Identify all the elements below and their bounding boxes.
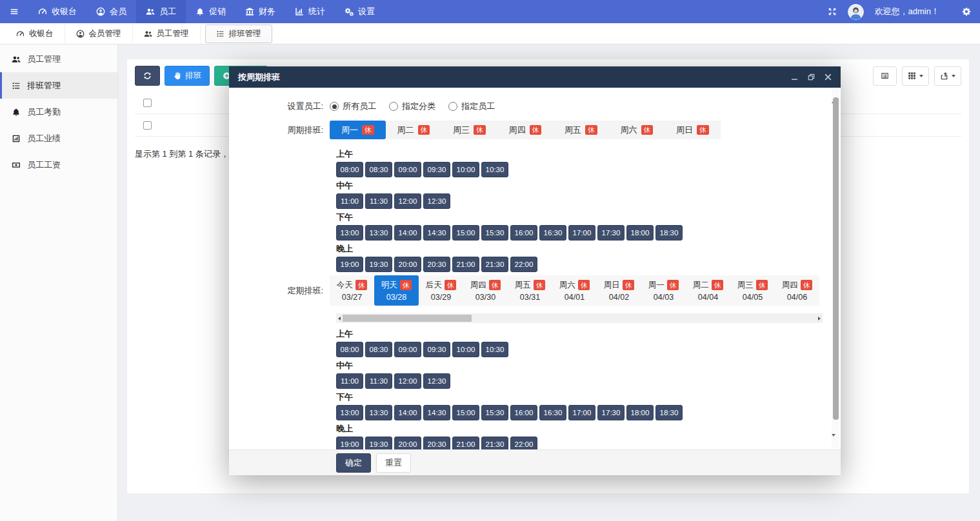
time-slot-button[interactable]: 08:30 [365, 162, 392, 177]
time-slot-button[interactable]: 18:30 [655, 405, 683, 420]
columns-button[interactable] [902, 66, 929, 86]
fullscreen-icon[interactable] [828, 7, 837, 16]
refresh-button[interactable] [135, 66, 160, 86]
time-slot-button[interactable]: 10:00 [452, 162, 479, 177]
time-slot-button[interactable]: 08:30 [365, 342, 392, 357]
time-slot-button[interactable]: 15:00 [452, 405, 479, 420]
vertical-scrollbar[interactable] [832, 89, 839, 448]
time-slot-button[interactable]: 17:00 [568, 225, 595, 241]
week-tab[interactable]: 周四休 [497, 121, 554, 139]
time-slot-button[interactable]: 12:00 [394, 373, 421, 389]
time-slot-button[interactable]: 17:30 [597, 225, 625, 241]
time-slot-button[interactable]: 15:00 [452, 225, 479, 241]
time-slot-button[interactable]: 19:30 [365, 257, 392, 272]
time-slot-button[interactable]: 12:00 [394, 193, 421, 209]
time-slot-button[interactable]: 09:30 [423, 162, 450, 177]
horizontal-scrollbar[interactable] [336, 313, 823, 323]
menu-toggle-button[interactable] [0, 0, 28, 23]
tab-1[interactable]: 会员管理 [65, 25, 133, 43]
time-slot-button[interactable]: 12:30 [423, 373, 450, 389]
time-slot-button[interactable]: 11:00 [336, 193, 363, 209]
time-slot-button[interactable]: 11:30 [365, 193, 392, 209]
time-slot-button[interactable]: 08:00 [336, 342, 363, 357]
week-tab[interactable]: 周一休 [330, 121, 386, 139]
schedule-button[interactable]: 排班 [165, 66, 210, 86]
nav-item-bell[interactable]: 促销 [186, 0, 235, 23]
avatar[interactable] [848, 4, 864, 20]
sidebar-item-3[interactable]: 员工业绩 [0, 125, 117, 152]
nav-item-users[interactable]: 员工 [136, 0, 186, 23]
time-slot-button[interactable]: 20:00 [394, 257, 421, 272]
nav-item-chart[interactable]: 统计 [285, 0, 335, 23]
time-slot-button[interactable]: 20:30 [423, 437, 450, 449]
confirm-button[interactable]: 确定 [336, 453, 371, 473]
date-tab[interactable]: 周三休04/05 [730, 275, 775, 306]
scroll-down-icon[interactable] [832, 437, 839, 446]
date-tab[interactable]: 周日休04/02 [597, 275, 641, 306]
time-slot-button[interactable]: 14:00 [394, 405, 421, 420]
staff-option[interactable]: 所有员工 [330, 101, 376, 112]
time-slot-button[interactable]: 22:00 [510, 257, 537, 272]
week-tab[interactable]: 周五休 [553, 121, 609, 139]
date-tab[interactable]: 周四休03/30 [463, 275, 508, 306]
time-slot-button[interactable]: 09:00 [394, 162, 421, 177]
modal-header[interactable]: 按周期排班 [229, 66, 841, 88]
time-slot-button[interactable]: 16:00 [510, 225, 537, 241]
sidebar-item-4[interactable]: 员工工资 [0, 152, 117, 178]
row-checkbox[interactable] [143, 121, 152, 130]
date-tab[interactable]: 后天休03/29 [419, 275, 463, 306]
maximize-icon[interactable] [808, 74, 815, 81]
tab-2[interactable]: 员工管理 [133, 25, 201, 43]
time-slot-button[interactable]: 21:30 [481, 437, 508, 449]
time-slot-button[interactable]: 14:30 [423, 225, 450, 241]
staff-option[interactable]: 指定员工 [448, 101, 495, 112]
time-slot-button[interactable]: 13:30 [365, 405, 392, 420]
scroll-right-icon[interactable] [818, 317, 821, 320]
sidebar-item-2[interactable]: 员工考勤 [0, 99, 117, 125]
week-tab[interactable]: 周日休 [665, 121, 721, 139]
time-slot-button[interactable]: 20:30 [423, 257, 450, 272]
time-slot-button[interactable]: 17:30 [597, 405, 625, 420]
close-icon[interactable] [825, 74, 832, 81]
time-slot-button[interactable]: 21:00 [452, 437, 479, 449]
minimize-icon[interactable] [791, 74, 798, 81]
time-slot-button[interactable]: 15:30 [481, 405, 508, 420]
horizontal-scroll-thumb[interactable] [343, 315, 472, 322]
time-slot-button[interactable]: 10:30 [481, 162, 508, 177]
date-tab[interactable]: 明天休03/28 [374, 275, 419, 306]
staff-option[interactable]: 指定分类 [389, 101, 435, 112]
time-slot-button[interactable]: 19:00 [336, 437, 363, 449]
time-slot-button[interactable]: 11:30 [365, 373, 392, 389]
time-slot-button[interactable]: 14:00 [394, 225, 421, 241]
nav-item-user-circle[interactable]: 会员 [86, 0, 136, 23]
date-tab[interactable]: 周六休04/01 [552, 275, 597, 306]
toggle-view-button[interactable] [873, 66, 897, 86]
sidebar-item-1[interactable]: 排班管理 [0, 72, 117, 99]
time-slot-button[interactable]: 08:00 [336, 162, 363, 177]
date-tab[interactable]: 周四休04/06 [775, 275, 819, 306]
week-tab[interactable]: 周六休 [609, 121, 665, 139]
time-slot-button[interactable]: 13:00 [336, 225, 363, 241]
time-slot-button[interactable]: 09:30 [423, 342, 450, 357]
time-slot-button[interactable]: 18:00 [626, 405, 654, 420]
tab-0[interactable]: 收银台 [5, 25, 65, 43]
time-slot-button[interactable]: 21:30 [481, 257, 508, 272]
time-slot-button[interactable]: 11:00 [336, 373, 363, 389]
time-slot-button[interactable]: 09:00 [394, 342, 421, 357]
reset-button[interactable]: 重置 [376, 453, 411, 473]
nav-item-tachometer[interactable]: 收银台 [28, 0, 86, 23]
select-all-checkbox[interactable] [143, 99, 152, 107]
time-slot-button[interactable]: 19:30 [365, 437, 392, 449]
time-slot-button[interactable]: 16:30 [539, 225, 566, 241]
time-slot-button[interactable]: 13:30 [365, 225, 392, 241]
date-tab[interactable]: 周一休04/03 [641, 275, 686, 306]
tab-3[interactable]: 排班管理 [205, 25, 272, 43]
time-slot-button[interactable]: 22:00 [510, 437, 537, 449]
time-slot-button[interactable]: 16:30 [539, 405, 566, 420]
time-slot-button[interactable]: 12:30 [423, 193, 450, 209]
time-slot-button[interactable]: 13:00 [336, 405, 363, 420]
time-slot-button[interactable]: 18:00 [626, 225, 654, 241]
time-slot-button[interactable]: 16:00 [510, 405, 537, 420]
date-tab[interactable]: 周二休04/04 [686, 275, 730, 306]
date-tab[interactable]: 今天休03/27 [330, 275, 374, 306]
